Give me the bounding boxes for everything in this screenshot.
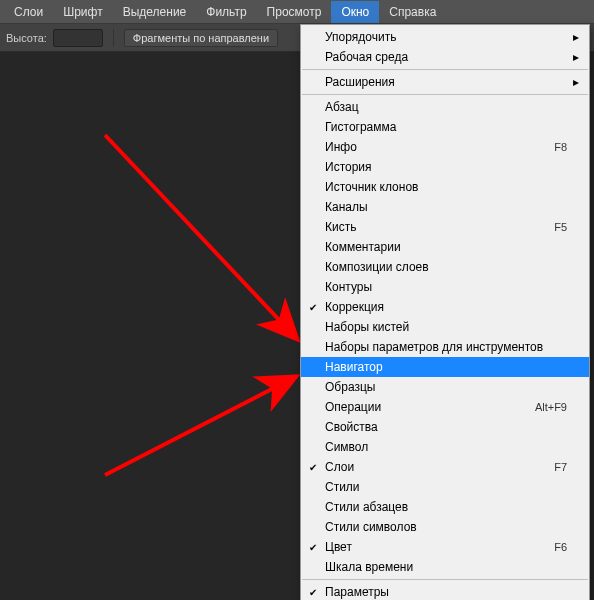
menu-shortcut: F6 [554, 541, 567, 553]
menu-фильтр[interactable]: Фильтр [196, 1, 256, 23]
menu-item-label: Слои [325, 460, 354, 474]
menu-item-label: История [325, 160, 372, 174]
menu-окно[interactable]: Окно [331, 1, 379, 23]
menu-item[interactable]: Источник клонов [301, 177, 589, 197]
menu-item[interactable]: Рабочая среда▸ [301, 47, 589, 67]
menu-item-label: Наборы параметров для инструментов [325, 340, 543, 354]
menu-item-label: Шкала времени [325, 560, 413, 574]
menu-item-label: Операции [325, 400, 381, 414]
menu-item-label: Свойства [325, 420, 378, 434]
menu-item[interactable]: Композиции слоев [301, 257, 589, 277]
menu-item-label: Абзац [325, 100, 359, 114]
menu-item[interactable]: Стили символов [301, 517, 589, 537]
menu-separator [302, 69, 588, 70]
menu-item-label: Навигатор [325, 360, 383, 374]
menu-item-label: Стили [325, 480, 360, 494]
menu-item[interactable]: Расширения▸ [301, 72, 589, 92]
menu-item-label: Стили символов [325, 520, 417, 534]
menu-item[interactable]: Абзац [301, 97, 589, 117]
menu-item[interactable]: Стили [301, 477, 589, 497]
menu-item-label: Кисть [325, 220, 356, 234]
menu-shortcut: F7 [554, 461, 567, 473]
menu-item-label: Контуры [325, 280, 372, 294]
menu-item-label: Упорядочить [325, 30, 396, 44]
menu-item-label: Параметры [325, 585, 389, 599]
menu-item[interactable]: Упорядочить▸ [301, 27, 589, 47]
window-menu-dropdown: Упорядочить▸Рабочая среда▸Расширения▸Абз… [300, 24, 590, 600]
menu-item[interactable]: История [301, 157, 589, 177]
menu-item[interactable]: Стили абзацев [301, 497, 589, 517]
menu-item[interactable]: Наборы кистей [301, 317, 589, 337]
check-icon: ✔ [309, 302, 317, 313]
menu-item[interactable]: Свойства [301, 417, 589, 437]
menu-item-label: Комментарии [325, 240, 401, 254]
menu-справка[interactable]: Справка [379, 1, 446, 23]
menu-item-label: Композиции слоев [325, 260, 429, 274]
menu-item[interactable]: Наборы параметров для инструментов [301, 337, 589, 357]
menu-item[interactable]: ✔ЦветF6 [301, 537, 589, 557]
menu-shortcut: Alt+F9 [535, 401, 567, 413]
check-icon: ✔ [309, 542, 317, 553]
submenu-arrow-icon: ▸ [573, 30, 579, 44]
menu-separator [302, 94, 588, 95]
height-input[interactable] [53, 29, 103, 47]
menu-item[interactable]: Шкала времени [301, 557, 589, 577]
menu-item[interactable]: ✔Параметры [301, 582, 589, 600]
check-icon: ✔ [309, 587, 317, 598]
menu-item[interactable]: Образцы [301, 377, 589, 397]
submenu-arrow-icon: ▸ [573, 75, 579, 89]
menu-item[interactable]: ✔СлоиF7 [301, 457, 589, 477]
fragments-button[interactable]: Фрагменты по направлени [124, 29, 278, 47]
menu-шрифт[interactable]: Шрифт [53, 1, 112, 23]
menu-item-label: Коррекция [325, 300, 384, 314]
height-label: Высота: [6, 32, 47, 44]
menu-item-label: Рабочая среда [325, 50, 408, 64]
menu-item[interactable]: ОперацииAlt+F9 [301, 397, 589, 417]
menu-item[interactable]: Каналы [301, 197, 589, 217]
menu-item[interactable]: Комментарии [301, 237, 589, 257]
menu-item-label: Гистограмма [325, 120, 396, 134]
menu-item[interactable]: Символ [301, 437, 589, 457]
submenu-arrow-icon: ▸ [573, 50, 579, 64]
menu-item-label: Каналы [325, 200, 368, 214]
menu-shortcut: F5 [554, 221, 567, 233]
menu-item[interactable]: ✔Коррекция [301, 297, 589, 317]
menu-item-label: Источник клонов [325, 180, 418, 194]
menu-выделение[interactable]: Выделение [113, 1, 197, 23]
menu-item[interactable]: КистьF5 [301, 217, 589, 237]
menu-item[interactable]: ИнфоF8 [301, 137, 589, 157]
menu-item-label: Инфо [325, 140, 357, 154]
menu-item-label: Стили абзацев [325, 500, 408, 514]
menu-слои[interactable]: Слои [4, 1, 53, 23]
menu-item[interactable]: Гистограмма [301, 117, 589, 137]
menu-shortcut: F8 [554, 141, 567, 153]
menubar: СлоиШрифтВыделениеФильтрПросмотрОкноСпра… [0, 0, 594, 24]
menu-item-label: Образцы [325, 380, 375, 394]
menu-item-label: Расширения [325, 75, 395, 89]
menu-item-label: Цвет [325, 540, 352, 554]
menu-item-label: Наборы кистей [325, 320, 409, 334]
menu-separator [302, 579, 588, 580]
menu-просмотр[interactable]: Просмотр [257, 1, 332, 23]
toolbar-separator [113, 29, 114, 47]
menu-item[interactable]: Контуры [301, 277, 589, 297]
menu-item[interactable]: Навигатор [301, 357, 589, 377]
check-icon: ✔ [309, 462, 317, 473]
menu-item-label: Символ [325, 440, 368, 454]
